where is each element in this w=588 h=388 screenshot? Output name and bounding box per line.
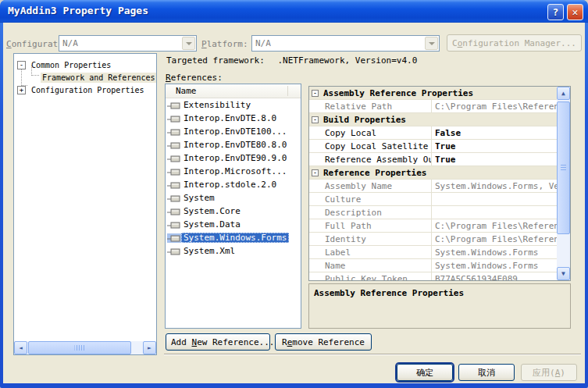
property-value[interactable]: False xyxy=(432,126,557,139)
collapse-icon[interactable]: - xyxy=(312,169,319,176)
scrollbar-thumb[interactable] xyxy=(28,341,131,354)
property-row[interactable]: Full Path C:\Program Files\Reference xyxy=(309,219,557,233)
property-row[interactable]: Name System.Windows.Forms xyxy=(309,259,557,272)
property-row[interactable]: Description xyxy=(309,206,557,219)
tree-item-label[interactable]: Framework and References xyxy=(41,73,157,83)
references-list: Name Extensibility Interop.EnvDTE.8.0 xyxy=(165,84,301,329)
platform-label: Platform: xyxy=(201,39,248,49)
property-name: Culture xyxy=(309,193,432,205)
reference-list-item[interactable]: Interop.Microsoft... xyxy=(166,165,301,178)
property-pages-dialog: MyAddin3 Property Pages ? ✕ Configuratio… xyxy=(0,0,588,388)
assembly-icon xyxy=(167,167,181,176)
scroll-down-button[interactable]: ▼ xyxy=(557,267,570,280)
category-label: Build Properties xyxy=(323,115,406,125)
assembly-icon xyxy=(167,194,181,203)
scroll-left-icon: ◄ xyxy=(19,344,23,351)
reference-list-item[interactable]: Interop.EnvDTE90.9.0 xyxy=(166,151,301,165)
property-value[interactable]: B77A5C561934E089 xyxy=(432,272,557,281)
reference-list-item[interactable]: System.Data xyxy=(166,218,301,231)
category-label: Reference Properties xyxy=(323,168,426,178)
reference-name: System.Data xyxy=(181,219,243,230)
tree-item-framework-and-references[interactable]: Framework and References xyxy=(41,71,157,84)
add-new-reference-button[interactable]: Add New Reference... xyxy=(166,333,270,351)
property-row[interactable]: Copy Local False xyxy=(309,126,557,140)
expand-icon[interactable]: + xyxy=(17,86,26,94)
configuration-dropdown-button[interactable] xyxy=(182,37,195,50)
reference-list-item[interactable]: System.Core xyxy=(166,205,301,218)
property-value[interactable]: True xyxy=(432,140,557,152)
property-row[interactable]: Copy Local Satellite Ass True xyxy=(309,140,557,153)
reference-list-item[interactable]: Extensibility xyxy=(166,98,301,112)
property-value[interactable]: System.Windows.Forms xyxy=(432,259,557,272)
property-value[interactable]: C:\Program Files\Reference xyxy=(432,100,557,112)
references-list-header[interactable]: Name xyxy=(166,84,301,98)
tree-item-configuration-properties[interactable]: + Configuration Properties xyxy=(17,84,146,96)
cancel-button[interactable]: 取消 xyxy=(458,364,515,381)
reference-list-item[interactable]: Interop.stdole.2.0 xyxy=(166,178,301,191)
help-button[interactable]: ? xyxy=(547,4,564,20)
footer-divider xyxy=(164,354,581,355)
grid-vertical-scrollbar[interactable]: ▲ ▼ xyxy=(557,87,570,280)
property-value[interactable] xyxy=(432,193,557,205)
close-button[interactable]: ✕ xyxy=(567,4,583,20)
reference-name: System.Core xyxy=(181,206,243,216)
configuration-manager-button[interactable]: Configuration Manager... xyxy=(447,34,582,52)
scroll-right-button[interactable]: ► xyxy=(143,341,156,354)
column-resize-handle[interactable] xyxy=(287,86,288,96)
scroll-up-icon: ▲ xyxy=(561,90,565,97)
window-title: MyAddin3 Property Pages xyxy=(8,5,148,16)
property-value[interactable] xyxy=(432,206,557,219)
property-description-panel: Assembly Reference Properties xyxy=(308,283,571,329)
title-bar[interactable]: MyAddin3 Property Pages ? ✕ xyxy=(0,0,588,23)
reference-list-item[interactable]: Interop.EnvDTE.8.0 xyxy=(166,112,301,125)
scroll-up-button[interactable]: ▲ xyxy=(557,87,570,100)
tree-horizontal-scrollbar[interactable]: ◄ ► xyxy=(14,341,156,354)
scroll-left-button[interactable]: ◄ xyxy=(14,341,27,354)
property-row[interactable]: Identity C:\Program Files\Reference xyxy=(309,233,557,246)
property-row[interactable]: Reference Assembly Outpu True xyxy=(309,153,557,166)
collapse-icon[interactable]: - xyxy=(312,90,319,97)
reference-list-item[interactable]: Interop.EnvDTE80.8.0 xyxy=(166,138,301,151)
property-value[interactable]: C:\Program Files\Reference xyxy=(432,219,557,232)
scrollbar-thumb[interactable] xyxy=(557,101,570,234)
remove-reference-button[interactable]: Remove Reference xyxy=(275,333,372,351)
property-row[interactable]: Assembly Name System.Windows.Forms, Vers… xyxy=(309,180,557,193)
tree-item-label[interactable]: Configuration Properties xyxy=(30,85,146,95)
ok-button[interactable]: 确定 xyxy=(397,364,453,381)
assembly-icon xyxy=(167,180,181,190)
reference-list-item[interactable]: System.Windows.Forms xyxy=(166,231,301,244)
reference-name: System xyxy=(181,193,217,203)
close-icon: ✕ xyxy=(572,6,579,18)
platform-combobox[interactable]: N/A xyxy=(251,35,440,52)
property-name: Reference Assembly Outpu xyxy=(309,153,432,166)
collapse-icon[interactable]: - xyxy=(17,61,26,69)
reference-name: Interop.Microsoft... xyxy=(181,166,289,176)
apply-button[interactable]: 应用(A) xyxy=(521,364,577,381)
column-header-name[interactable]: Name xyxy=(176,86,197,96)
configuration-combobox[interactable]: N/A xyxy=(59,35,197,52)
property-row[interactable]: Public Key Token B77A5C561934E089 xyxy=(309,272,557,281)
property-grid-rows: - Assembly Reference Properties Relative… xyxy=(309,87,557,281)
assembly-icon xyxy=(167,207,181,216)
property-category-row[interactable]: - Assembly Reference Properties xyxy=(309,87,557,100)
help-icon: ? xyxy=(553,6,559,18)
property-value[interactable]: System.Windows.Forms xyxy=(432,246,557,258)
property-row[interactable]: Culture xyxy=(309,193,557,206)
reference-name: Interop.EnvDTE80.8.0 xyxy=(181,140,289,150)
tree-item-label[interactable]: Common Properties xyxy=(30,60,112,70)
platform-dropdown-button[interactable] xyxy=(425,37,438,50)
collapse-icon[interactable]: - xyxy=(312,116,319,123)
tree-item-common-properties[interactable]: - Common Properties xyxy=(17,59,112,71)
targeted-framework-value: .NETFramework, Version=v4.0 xyxy=(277,55,417,66)
reference-list-item[interactable]: Interop.EnvDTE100... xyxy=(166,125,301,138)
property-name: Copy Local Satellite Ass xyxy=(309,140,432,152)
property-row[interactable]: Relative Path C:\Program Files\Reference xyxy=(309,100,557,113)
property-value[interactable]: C:\Program Files\Reference xyxy=(432,233,557,245)
property-category-row[interactable]: - Reference Properties xyxy=(309,166,557,180)
reference-list-item[interactable]: System xyxy=(166,191,301,205)
property-row[interactable]: Label System.Windows.Forms xyxy=(309,246,557,259)
property-value[interactable]: True xyxy=(432,153,557,166)
reference-list-item[interactable]: System.Xml xyxy=(166,244,301,258)
property-value[interactable]: System.Windows.Forms, Versi xyxy=(432,180,557,192)
property-category-row[interactable]: - Build Properties xyxy=(309,113,557,126)
